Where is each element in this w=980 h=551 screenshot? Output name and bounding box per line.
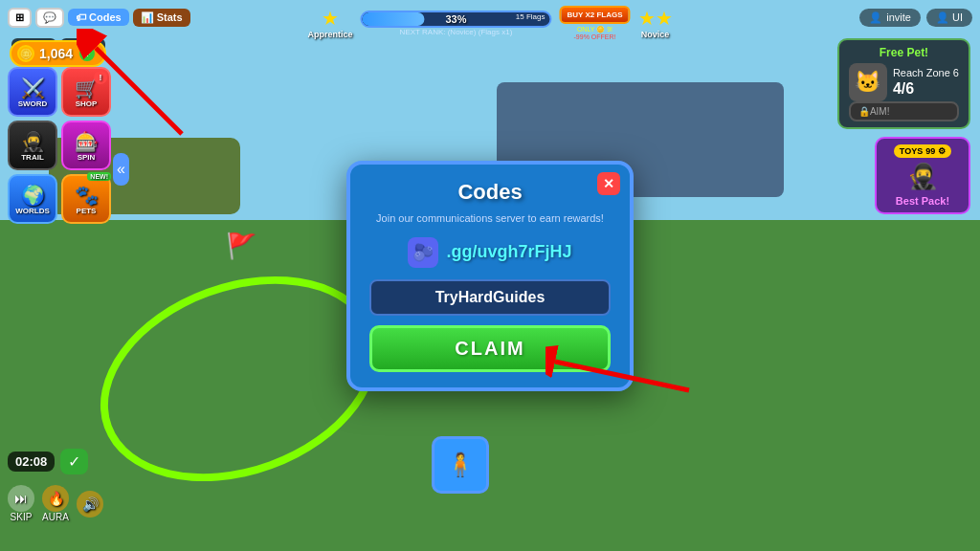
modal-close-button[interactable]: ✕ — [597, 172, 620, 195]
arrow-to-claim — [546, 342, 699, 400]
close-icon: ✕ — [603, 176, 614, 191]
modal-overlay: ✕ Codes Join our communications server t… — [0, 0, 980, 551]
discord-icon: 🫐 — [408, 237, 438, 268]
discord-row: 🫐 .gg/uvgh7rFjHJ — [369, 237, 611, 268]
modal-title: Codes — [369, 180, 611, 205]
svg-line-3 — [555, 362, 689, 390]
modal-subtitle: Join our communications server to earn r… — [369, 212, 611, 224]
code-input[interactable] — [369, 279, 611, 316]
discord-link[interactable]: .gg/uvgh7rFjHJ — [446, 242, 571, 262]
claim-label: CLAIM — [455, 338, 524, 359]
